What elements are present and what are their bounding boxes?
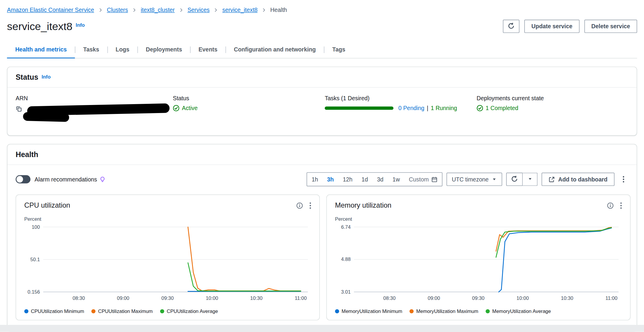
health-menu-button[interactable] [619,173,629,186]
time-range-12h[interactable]: 12h [338,176,357,183]
legend-item-cpu-maximum[interactable]: CPUUtilization Maximum [91,308,153,314]
health-panel: Health Alarm recommendations 1h 3h 12h 1… [7,144,637,331]
svg-text:09:00: 09:00 [428,295,440,301]
legend-item-memory-maximum[interactable]: MemoryUtilization Maximum [410,308,478,314]
breadcrumb-current: Health [270,7,287,13]
tab-tags[interactable]: Tags [324,41,353,58]
refresh-options-button[interactable] [523,173,538,186]
deployments-field: Deployments current state 1 Completed [477,95,629,123]
legend-label: MemoryUtilization Average [492,308,551,314]
tasks-running-count: 1 Running [431,105,457,111]
new-feature-bulb-icon [99,176,105,182]
external-link-icon [549,176,555,182]
svg-text:0.156: 0.156 [28,289,40,295]
page-footer-strip [0,325,644,332]
refresh-split-button [506,173,538,186]
copy-arn-button[interactable] [16,106,22,112]
tab-tasks[interactable]: Tasks [75,41,107,58]
update-service-button[interactable]: Update service [524,20,579,33]
legend-item-cpu-average[interactable]: CPUUtilization Average [160,308,218,314]
legend-dot [410,309,414,313]
cpu-chart-legend: CPUUtilization Minimum CPUUtilization Ma… [24,308,311,314]
tab-events[interactable]: Events [190,41,226,58]
page-info-link[interactable]: Info [76,22,85,28]
arn-field: ARN [16,95,173,123]
tasks-pending-count: 0 Pending [398,105,424,111]
time-range-3h[interactable]: 3h [322,176,338,183]
tab-deployments[interactable]: Deployments [138,41,190,58]
breadcrumb-link-clusters[interactable]: Clusters [107,7,128,13]
time-range-1w[interactable]: 1w [388,176,404,183]
time-range-custom[interactable]: Custom [404,176,442,183]
timezone-dropdown[interactable]: UTC timezone [446,173,502,186]
add-to-dashboard-button[interactable]: Add to dashboard [542,173,614,186]
chart-menu-kebab-icon[interactable] [309,202,311,209]
legend-label: CPUUtilization Minimum [31,308,84,314]
legend-item-memory-average[interactable]: MemoryUtilization Average [486,308,551,314]
svg-text:11:00: 11:00 [606,295,618,301]
chevron-right-icon [179,8,183,12]
info-icon[interactable] [296,202,303,209]
memory-chart-legend: MemoryUtilization Minimum MemoryUtilizat… [335,308,622,314]
cpu-y-axis-label: Percent [24,216,311,222]
time-range-3d[interactable]: 3d [372,176,388,183]
time-range-1h[interactable]: 1h [307,176,322,183]
legend-item-cpu-minimum[interactable]: CPUUtilization Minimum [24,308,84,314]
refresh-metrics-button[interactable] [506,173,523,186]
svg-text:10:30: 10:30 [250,295,263,301]
status-panel: Status Info ARN Status Active [7,67,637,136]
svg-text:09:30: 09:30 [161,295,174,301]
breadcrumb-link-ecs[interactable]: Amazon Elastic Container Service [7,7,94,13]
breadcrumb-link-cluster-name[interactable]: itext8_cluster [141,7,175,13]
svg-text:10:00: 10:00 [517,295,529,301]
refresh-button[interactable] [503,20,519,33]
legend-dot [24,309,29,313]
breadcrumb-link-services[interactable]: Services [188,7,210,13]
memory-y-axis-label: Percent [335,216,622,222]
toggle-knob [16,176,23,183]
status-info-link[interactable]: Info [42,74,51,80]
legend-dot [160,309,164,313]
alarm-recommendations-toggle[interactable] [16,175,31,184]
header-actions: Update service Delete service [503,20,637,33]
tab-configuration-and-networking[interactable]: Configuration and networking [226,41,324,58]
deployments-value: 1 Completed [486,105,518,111]
legend-label: MemoryUtilization Maximum [416,308,478,314]
chevron-right-icon [262,8,266,12]
legend-item-memory-minimum[interactable]: MemoryUtilization Minimum [335,308,402,314]
tasks-separator: | [427,105,428,111]
status-label: Status [173,95,325,101]
svg-text:10:30: 10:30 [561,295,573,301]
arn-redaction [25,105,173,123]
cpu-chart-plot[interactable]: 10050.10.15608:3009:0009:3010:0010:3011:… [24,224,311,304]
svg-text:08:30: 08:30 [73,295,85,301]
time-range-1d[interactable]: 1d [357,176,372,183]
chevron-right-icon [98,8,103,12]
delete-service-button[interactable]: Delete service [584,20,637,33]
chart-menu-kebab-icon[interactable] [620,202,622,209]
status-success-icon [173,105,180,111]
svg-text:09:30: 09:30 [472,295,484,301]
tasks-progress-bar [325,107,394,110]
status-field: Status Active [173,95,325,123]
legend-label: MemoryUtilization Minimum [342,308,402,314]
legend-label: CPUUtilization Average [167,308,218,314]
status-value: Active [182,105,198,111]
tab-bar: Health and metrics Tasks Logs Deployment… [7,41,637,58]
svg-text:11:00: 11:00 [295,295,307,301]
tab-logs[interactable]: Logs [107,41,138,58]
refresh-icon [511,176,518,183]
memory-chart-plot[interactable]: 6.744.883.0108:3009:0009:3010:0010:3011:… [335,224,622,304]
cpu-utilization-chart-card: CPU utilization Percent 10050.10.15608:3… [16,195,320,320]
tab-health-and-metrics[interactable]: Health and metrics [7,41,75,58]
info-icon[interactable] [607,202,614,209]
deployments-label: Deployments current state [477,95,629,101]
svg-text:3.01: 3.01 [341,289,350,295]
breadcrumb: Amazon Elastic Container Service Cluster… [0,0,644,13]
chevron-right-icon [132,8,137,12]
custom-range-label: Custom [409,176,429,183]
tasks-label: Tasks (1 Desired) [325,95,477,101]
metrics-toolbar: Alarm recommendations 1h 3h 12h 1d 3d 1w… [16,172,629,186]
timezone-label: UTC timezone [452,176,489,183]
breadcrumb-link-service-name[interactable]: service_itext8 [222,7,258,13]
